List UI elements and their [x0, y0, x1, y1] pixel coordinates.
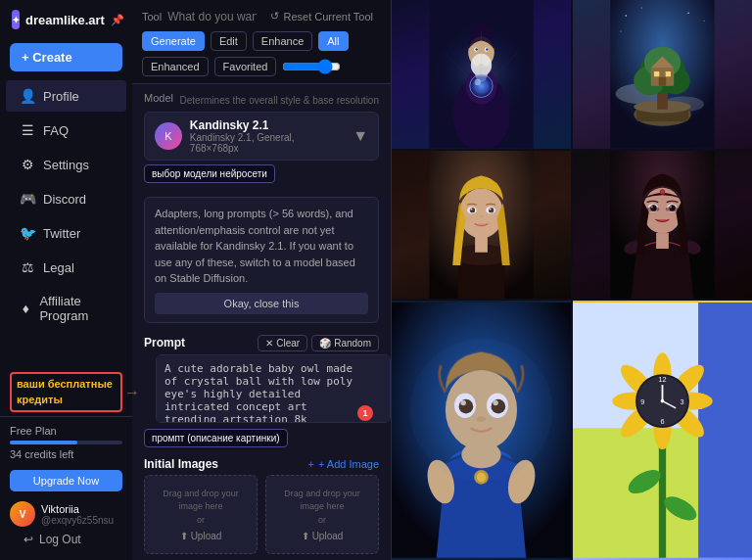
prompt-count: 1 [357, 405, 373, 421]
svg-rect-91 [656, 233, 669, 249]
quality-favorited[interactable]: Favorited [214, 57, 277, 76]
logo-text: dreamlike.art [25, 13, 105, 27]
user-row: V Viktoriia @exqvy6z55nsu [10, 501, 122, 527]
svg-point-85 [489, 208, 494, 212]
svg-point-53 [409, 339, 552, 482]
model-annotation: выбор модели нейросети [144, 164, 275, 183]
prompt-clear-button[interactable]: ✕ Clear [258, 335, 307, 351]
user-name: Viktoriia [41, 503, 122, 515]
svg-point-100 [666, 207, 679, 211]
sidebar-item-settings[interactable]: ⚙ Settings [6, 149, 126, 180]
upgrade-button[interactable]: Upgrade Now [10, 470, 122, 491]
quality-enhanced[interactable]: Enhanced [142, 57, 209, 76]
logo-icon: ✦ [12, 10, 20, 29]
sidebar-item-legal[interactable]: ⚖ Legal [6, 252, 126, 283]
svg-point-14 [475, 79, 481, 85]
plus-icon: + [307, 458, 313, 470]
upload-label-2: Upload [312, 531, 344, 541]
sidebar-item-discord[interactable]: 🎮 Discord [6, 183, 126, 214]
tool-label: Tool [142, 11, 162, 23]
upload-btn-1[interactable]: ⬆ Upload [151, 531, 251, 541]
upload-text-2: Drag and drop yourimage hereor [272, 488, 372, 528]
prompt-section: Prompt ✕ Clear 🎲 Random 1 промпт (описан… [132, 329, 391, 451]
model-section-label: Model [144, 92, 173, 104]
svg-rect-31 [654, 71, 659, 76]
generate-tab[interactable]: Generate [142, 31, 205, 51]
svg-point-35 [641, 7, 642, 8]
sidebar-item-faq[interactable]: ☰ FAQ [6, 115, 126, 146]
toolbar: Tool ↺ Reset Current Tool Generate Edit … [132, 0, 391, 84]
settings-icon: ⚙ [20, 157, 35, 172]
model-avatar: K [155, 122, 182, 150]
user-info: Viktoriia @exqvy6z55nsu [41, 503, 122, 526]
prompt-wrap: 1 [144, 354, 379, 427]
gallery-image-1 [392, 0, 571, 149]
sidebar-item-twitter[interactable]: 🐦 Twitter [6, 217, 126, 249]
svg-point-11 [486, 48, 489, 51]
upload-slot-1[interactable]: Drag and drop yourimage hereor ⬆ Upload [144, 475, 258, 555]
upload-icon-2: ⬆ [302, 531, 309, 541]
svg-rect-32 [666, 71, 671, 76]
legal-icon: ⚖ [20, 259, 35, 275]
sidebar-item-profile[interactable]: 👤 Profile [6, 80, 126, 112]
profile-icon: 👤 [20, 88, 35, 104]
svg-point-36 [687, 13, 689, 15]
edit-tab[interactable]: Edit [211, 31, 247, 51]
tool-input[interactable] [167, 10, 257, 23]
info-box-close-button[interactable]: Okay, close this [155, 293, 368, 314]
model-selector[interactable]: K Kandinsky 2.1 Kandinsky 2.1, General, … [144, 112, 379, 161]
prompt-clear-label: Clear [276, 338, 300, 349]
sidebar-nav: 👤 Profile ☰ FAQ ⚙ Settings 🎮 Discord 🐦 T… [0, 75, 132, 368]
gallery-image-5 [392, 151, 571, 300]
svg-rect-56 [698, 303, 752, 558]
chevron-down-icon: ▼ [352, 127, 368, 145]
svg-point-84 [470, 208, 475, 212]
gallery: 12 3 6 9 [392, 0, 752, 560]
logout-label: Log Out [39, 533, 81, 546]
reset-icon: ↺ [270, 10, 279, 23]
discord-icon: 🎮 [20, 191, 35, 207]
create-button[interactable]: + Create [10, 43, 122, 71]
prompt-random-label: Random [334, 338, 371, 349]
model-section: Model Determines the overall style & bas… [132, 84, 391, 191]
svg-rect-33 [659, 77, 666, 86]
upload-btn-2[interactable]: ⬆ Upload [272, 531, 372, 541]
init-images-header: Initial Images + + Add Image [132, 451, 391, 475]
avatar: V [10, 501, 35, 527]
gallery-image-4: 12 3 6 9 [573, 301, 752, 560]
quality-slider[interactable] [282, 59, 341, 74]
svg-point-38 [620, 30, 621, 31]
svg-point-87 [489, 208, 491, 210]
upload-slot-2[interactable]: Drag and drop yourimage hereor ⬆ Upload [265, 475, 379, 555]
pin-icon: 📌 [111, 14, 124, 26]
sidebar-item-label: Affiliate Program [39, 294, 113, 323]
sidebar-item-affiliate[interactable]: ♦ Affiliate Program [6, 286, 126, 331]
svg-point-10 [475, 48, 478, 51]
plan-info: Free Plan 34 credits left [10, 425, 122, 460]
gallery-image-6 [573, 151, 752, 300]
svg-text:3: 3 [681, 398, 684, 407]
sidebar-item-label: FAQ [43, 123, 69, 138]
upload-text-1: Drag and drop yourimage hereor [151, 488, 251, 528]
prompt-textarea[interactable] [156, 354, 391, 423]
reset-button[interactable]: ↺ Reset Current Tool [262, 7, 381, 25]
credits-bar-bg [10, 441, 122, 444]
logout-row[interactable]: ↩ Log Out [10, 527, 122, 552]
reset-label: Reset Current Tool [283, 11, 373, 23]
prompt-title: Prompt [144, 336, 185, 350]
quality-all[interactable]: All [318, 31, 348, 51]
plan-name: Free Plan [10, 425, 122, 437]
enhance-tab[interactable]: Enhance [253, 31, 312, 51]
sidebar-item-label: Discord [43, 192, 86, 207]
upload-icon-1: ⬆ [180, 531, 188, 541]
svg-point-76 [661, 399, 665, 403]
svg-point-81 [459, 188, 503, 238]
sidebar-item-label: Profile [43, 89, 79, 104]
credits-bar [10, 441, 77, 444]
info-box: Adapters, long prompts (> 56 words), and… [144, 197, 379, 323]
sidebar-item-label: Twitter [43, 226, 80, 241]
prompt-actions: ✕ Clear 🎲 Random [258, 335, 379, 351]
initial-images-section: Initial Images + + Add Image Drag and dr… [132, 451, 391, 561]
prompt-random-button[interactable]: 🎲 Random [311, 335, 379, 351]
add-image-button[interactable]: + + Add Image [307, 458, 379, 470]
